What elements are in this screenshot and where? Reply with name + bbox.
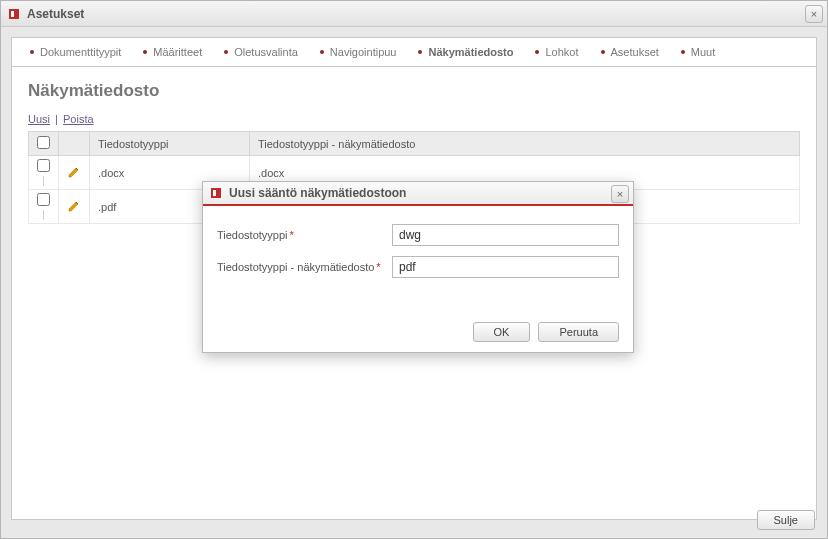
header-checkbox-cell — [29, 132, 59, 156]
row-edit-cell — [59, 190, 90, 224]
edit-icon[interactable] — [67, 165, 81, 179]
tab-määritteet[interactable]: Määritteet — [143, 46, 202, 58]
tab-bullet-icon — [320, 50, 324, 54]
window-footer: Sulje — [757, 510, 815, 530]
tab-label: Muut — [691, 46, 715, 58]
tab-label: Määritteet — [153, 46, 202, 58]
row-divider: | — [38, 208, 49, 220]
cancel-button[interactable]: Peruuta — [538, 322, 619, 342]
tab-lohkot[interactable]: Lohkot — [535, 46, 578, 58]
form-row-viewfile: Tiedostotyyppi - näkymätiedosto* — [217, 256, 619, 278]
ok-button[interactable]: OK — [473, 322, 531, 342]
svg-rect-1 — [11, 11, 14, 17]
dialog-title: Uusi sääntö näkymätiedostoon — [229, 186, 406, 200]
form-row-filetype: Tiedostotyyppi* — [217, 224, 619, 246]
tab-label: Dokumenttityypit — [40, 46, 121, 58]
filetype-label: Tiedostotyyppi* — [217, 229, 392, 241]
tab-bullet-icon — [601, 50, 605, 54]
row-edit-cell — [59, 156, 90, 190]
tab-asetukset[interactable]: Asetukset — [601, 46, 659, 58]
dialog-close-button[interactable]: × — [611, 185, 629, 203]
filetype-input[interactable] — [392, 224, 619, 246]
svg-rect-3 — [213, 190, 216, 196]
link-separator: | — [55, 113, 58, 125]
row-divider: | — [38, 174, 49, 186]
tab-dokumenttityypit[interactable]: Dokumenttityypit — [30, 46, 121, 58]
close-icon: × — [617, 188, 623, 200]
section-title: Näkymätiedosto — [28, 81, 800, 101]
app-icon — [7, 7, 21, 21]
close-button[interactable]: Sulje — [757, 510, 815, 530]
tab-bullet-icon — [224, 50, 228, 54]
new-rule-dialog: Uusi sääntö näkymätiedostoon × Tiedostot… — [202, 181, 634, 353]
dialog-footer: OK Peruuta — [473, 322, 619, 342]
viewfile-label: Tiedostotyyppi - näkymätiedosto* — [217, 261, 392, 273]
row-checkbox[interactable] — [37, 193, 50, 206]
tab-näkymätiedosto[interactable]: Näkymätiedosto — [418, 46, 513, 58]
viewfile-input[interactable] — [392, 256, 619, 278]
filetype-label-text: Tiedostotyyppi — [217, 229, 288, 241]
delete-link[interactable]: Poista — [63, 113, 94, 125]
tab-strip: DokumenttityypitMääritteetOletusvalintaN… — [11, 37, 817, 66]
tab-bullet-icon — [143, 50, 147, 54]
tabs-container: DokumenttityypitMääritteetOletusvalintaN… — [1, 27, 827, 66]
edit-icon[interactable] — [67, 199, 81, 213]
row-checkbox[interactable] — [37, 159, 50, 172]
window-titlebar: Asetukset × — [1, 1, 827, 27]
tab-oletusvalinta[interactable]: Oletusvalinta — [224, 46, 298, 58]
header-edit-cell — [59, 132, 90, 156]
header-viewfile: Tiedostotyyppi - näkymätiedosto — [250, 132, 800, 156]
header-filetype: Tiedostotyyppi — [90, 132, 250, 156]
new-link[interactable]: Uusi — [28, 113, 50, 125]
row-checkbox-cell: | — [29, 156, 59, 190]
tab-bullet-icon — [681, 50, 685, 54]
tab-label: Näkymätiedosto — [428, 46, 513, 58]
close-icon: × — [811, 8, 817, 20]
window-title: Asetukset — [27, 7, 84, 21]
viewfile-label-text: Tiedostotyyppi - näkymätiedosto — [217, 261, 374, 273]
tab-bullet-icon — [418, 50, 422, 54]
settings-window: Asetukset × DokumenttityypitMääritteetOl… — [0, 0, 828, 539]
tab-label: Asetukset — [611, 46, 659, 58]
dialog-body: Tiedostotyyppi* Tiedostotyyppi - näkymät… — [203, 206, 633, 296]
tab-navigointipuu[interactable]: Navigointipuu — [320, 46, 397, 58]
tab-bullet-icon — [535, 50, 539, 54]
window-close-button[interactable]: × — [805, 5, 823, 23]
tab-label: Lohkot — [545, 46, 578, 58]
select-all-checkbox[interactable] — [37, 136, 50, 149]
tab-label: Navigointipuu — [330, 46, 397, 58]
action-links: Uusi | Poista — [28, 113, 800, 125]
dialog-titlebar: Uusi sääntö näkymätiedostoon × — [203, 182, 633, 206]
app-icon — [209, 186, 223, 200]
tab-label: Oletusvalinta — [234, 46, 298, 58]
row-checkbox-cell: | — [29, 190, 59, 224]
tab-bullet-icon — [30, 50, 34, 54]
required-mark: * — [290, 229, 294, 241]
tab-muut[interactable]: Muut — [681, 46, 715, 58]
required-mark: * — [376, 261, 380, 273]
